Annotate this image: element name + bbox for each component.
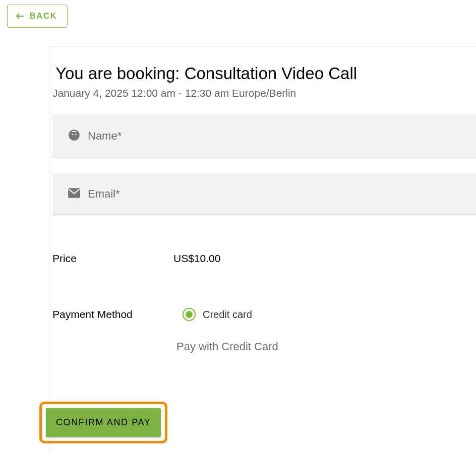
price-value: US$10.00 bbox=[173, 252, 220, 265]
price-label: Price bbox=[52, 252, 173, 265]
radio-checked-icon bbox=[183, 308, 196, 321]
booking-datetime: January 4, 2025 12:00 am - 12:30 am Euro… bbox=[52, 87, 476, 99]
email-field-wrap[interactable] bbox=[52, 173, 476, 215]
email-icon bbox=[68, 187, 81, 201]
email-input[interactable] bbox=[88, 187, 476, 201]
arrow-left-icon bbox=[16, 13, 25, 20]
payment-method-label: Payment Method bbox=[52, 308, 183, 320]
pay-with-text: Pay with Credit Card bbox=[176, 340, 476, 353]
svg-point-3 bbox=[75, 134, 77, 136]
service-name: Consultation Video Call bbox=[185, 64, 357, 83]
person-icon bbox=[68, 128, 81, 144]
credit-card-radio[interactable]: Credit card bbox=[183, 308, 252, 321]
confirm-and-pay-button[interactable]: CONFIRM AND PAY bbox=[46, 408, 161, 437]
name-field-wrap[interactable] bbox=[52, 114, 476, 158]
confirm-highlight-box: CONFIRM AND PAY bbox=[39, 402, 167, 443]
svg-point-2 bbox=[72, 134, 73, 136]
payment-method-row: Payment Method Credit card bbox=[52, 308, 476, 321]
title-prefix: You are booking: bbox=[55, 64, 185, 83]
credit-card-radio-label: Credit card bbox=[203, 309, 252, 320]
booking-card: You are booking: Consultation Video Call… bbox=[49, 46, 476, 452]
back-button-label: BACK bbox=[30, 12, 57, 21]
name-input[interactable] bbox=[88, 130, 476, 143]
page-title: You are booking: Consultation Video Call bbox=[55, 64, 476, 83]
back-button[interactable]: BACK bbox=[7, 5, 68, 28]
price-row: Price US$10.00 bbox=[52, 252, 476, 265]
